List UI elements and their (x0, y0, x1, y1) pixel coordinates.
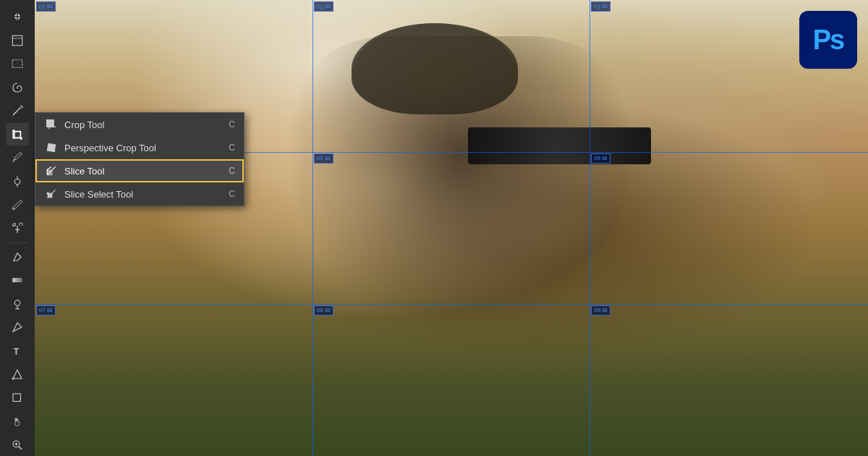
svg-line-3 (13, 108, 21, 116)
left-toolbar: T (0, 0, 35, 456)
toolbar-separator (7, 242, 28, 243)
svg-rect-19 (13, 394, 21, 402)
tool-gradient[interactable] (6, 269, 29, 291)
tool-eraser[interactable] (6, 246, 29, 268)
svg-line-6 (13, 160, 14, 162)
slice-tool-label: Slice Tool (64, 166, 223, 177)
tool-brush[interactable] (6, 194, 29, 216)
menu-item-crop-tool[interactable]: Crop Tool C (35, 113, 244, 136)
svg-rect-13 (12, 278, 22, 282)
tool-marquee-rect[interactable] (6, 53, 29, 75)
ps-logo-text: Ps (813, 25, 843, 56)
canvas-area: 01 ✉ 02 ✉ 03 ✉ 04 ✉ 05 ✉ 06 ✉ 07 ✉ (35, 0, 868, 456)
tool-move[interactable] (6, 6, 29, 28)
slice-tool-shortcut: C (229, 166, 235, 176)
crop-tool-shortcut: C (229, 119, 235, 130)
svg-rect-0 (12, 35, 22, 46)
tool-artboard[interactable] (6, 29, 29, 51)
tool-lasso[interactable] (6, 76, 29, 98)
slice-select-shortcut: C (229, 189, 235, 199)
slice-select-label: Slice Select Tool (64, 189, 223, 200)
svg-point-7 (14, 179, 20, 185)
svg-point-18 (12, 378, 14, 380)
tool-zoom[interactable] (6, 434, 29, 455)
svg-point-29 (47, 193, 48, 194)
perspective-crop-icon (44, 140, 59, 155)
hat-area (352, 23, 518, 114)
svg-rect-28 (47, 170, 51, 174)
menu-item-perspective-crop[interactable]: Perspective Crop Tool C (35, 136, 244, 159)
tool-type[interactable]: T (6, 340, 29, 362)
perspective-crop-label: Perspective Crop Tool (64, 143, 223, 153)
svg-rect-24 (47, 120, 54, 127)
tool-healing[interactable] (6, 170, 29, 192)
tool-path-select[interactable] (6, 363, 29, 385)
perspective-crop-shortcut: C (229, 143, 235, 153)
menu-item-slice-tool[interactable]: Slice Tool C (35, 159, 244, 182)
camera-lens-area (468, 127, 651, 164)
svg-line-21 (19, 447, 22, 449)
svg-rect-2 (12, 60, 22, 68)
svg-point-14 (14, 300, 20, 306)
menu-item-slice-select[interactable]: Slice Select Tool C (35, 182, 244, 206)
tool-crop[interactable] (6, 123, 29, 145)
tool-hand[interactable] (6, 410, 29, 432)
svg-point-10 (12, 208, 14, 210)
tool-clone[interactable] (6, 217, 29, 239)
crop-tool-label: Crop Tool (64, 119, 223, 130)
tool-shape[interactable] (6, 387, 29, 408)
svg-text:T: T (14, 347, 20, 357)
tool-magic-wand[interactable] (6, 100, 29, 122)
tool-dodge[interactable] (6, 293, 29, 315)
tool-eyedropper[interactable] (6, 147, 29, 169)
tool-pen[interactable] (6, 316, 29, 338)
photoshop-logo: Ps (799, 11, 857, 69)
context-menu: Crop Tool C Perspective Crop Tool C Slic… (35, 112, 244, 206)
slice-icon (44, 164, 59, 178)
slice-select-icon (44, 187, 59, 201)
crop-icon (44, 117, 59, 132)
